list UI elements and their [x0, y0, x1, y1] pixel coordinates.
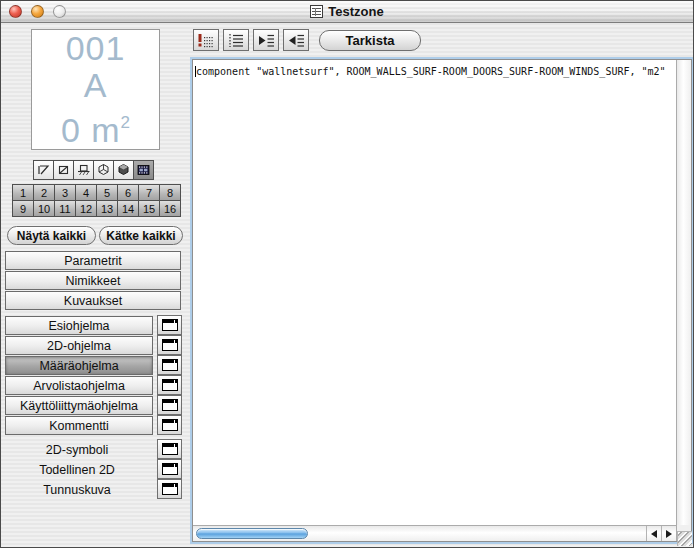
- window-controls: [9, 5, 66, 18]
- descriptions-button[interactable]: Kuvaukset: [5, 291, 181, 310]
- window-icon: [162, 319, 178, 331]
- gdl-script-editor: component "wallnetsurf", ROOM_WALLS_SURF…: [190, 57, 694, 544]
- object-on-ground-icon: [75, 163, 92, 177]
- layer-grid: 1 2 3 4 5 6 7 8 9 10 11 12 13 14 15 16: [12, 184, 181, 217]
- check-syntax-icon: [196, 32, 216, 48]
- scroll-left-button[interactable]: [646, 526, 661, 541]
- layer-button-13[interactable]: 13: [97, 201, 117, 216]
- view-label-2d-symboli: 2D-symboli: [1, 440, 153, 460]
- window-icon: [162, 359, 178, 371]
- object-on-ground-tool-button[interactable]: [73, 160, 94, 180]
- outdent-button[interactable]: [283, 29, 309, 51]
- wireframe-solid-tool-button[interactable]: [93, 160, 114, 180]
- layer-button-9[interactable]: 9: [13, 201, 33, 216]
- close-button[interactable]: [9, 5, 22, 18]
- shaded-solid-tool-button[interactable]: [113, 160, 134, 180]
- view-label-tunnuskuva: Tunnuskuva: [1, 480, 153, 500]
- open-window-button-2d-ohjelma[interactable]: [157, 335, 182, 355]
- layer-button-11[interactable]: 11: [55, 201, 75, 216]
- shaded-solid-icon: [115, 163, 132, 177]
- layer-button-2[interactable]: 2: [34, 185, 54, 200]
- script-button-arvolistaohjelma[interactable]: Arvolistaohjelma: [5, 376, 153, 395]
- layer-button-5[interactable]: 5: [97, 185, 117, 200]
- right-arrow-icon: [666, 530, 672, 538]
- indent-button[interactable]: [253, 29, 279, 51]
- open-window-button-kommentti[interactable]: [157, 415, 182, 435]
- script-button-kommentti[interactable]: Kommentti: [5, 416, 153, 435]
- layer-button-3[interactable]: 3: [55, 185, 75, 200]
- parameters-button[interactable]: Parametrit: [5, 251, 181, 270]
- testzone-window: Testzone 001 A 0 m2: [0, 0, 694, 548]
- open-window-button-maaraohjelma[interactable]: [157, 355, 182, 375]
- script-text-area[interactable]: component "wallnetsurf", ROOM_WALLS_SURF…: [193, 60, 676, 525]
- diagonal-line-icon: [35, 163, 52, 177]
- crossed-rectangle-tool-button[interactable]: [53, 160, 74, 180]
- window-icon: [162, 399, 178, 411]
- show-all-button[interactable]: Näytä kaikki: [7, 226, 96, 245]
- script-text: component "wallnetsurf", ROOM_WALLS_SURF…: [196, 66, 666, 77]
- open-window-button-tunnuskuva[interactable]: [157, 479, 182, 499]
- crossed-rectangle-icon: [55, 163, 72, 177]
- minimize-button[interactable]: [31, 5, 44, 18]
- object-preview: 001 A 0 m2: [31, 29, 160, 150]
- indent-icon: [256, 32, 276, 48]
- list-format-icon: [226, 32, 246, 48]
- window-icon: [162, 379, 178, 391]
- display-mode-toolbar: [34, 160, 154, 180]
- layer-button-7[interactable]: 7: [139, 185, 159, 200]
- vertical-scrollbar[interactable]: [676, 60, 691, 525]
- open-window-button-todellinen-2d[interactable]: [157, 459, 182, 479]
- preview-line-3: 0 m2: [61, 104, 130, 149]
- title-bar: Testzone: [1, 1, 693, 23]
- outdent-icon: [286, 32, 306, 48]
- script-button-kayttoliittymaohjelma[interactable]: Käyttöliittymäohjelma: [5, 396, 153, 415]
- layer-button-4[interactable]: 4: [76, 185, 96, 200]
- window-title-group: Testzone: [310, 4, 383, 19]
- check-syntax-button[interactable]: [193, 29, 219, 51]
- filmstrip-icon: [135, 163, 152, 177]
- editor-frame: component "wallnetsurf", ROOM_WALLS_SURF…: [192, 59, 692, 542]
- list-format-button[interactable]: [223, 29, 249, 51]
- window-icon: [162, 443, 178, 455]
- script-button-2d-ohjelma[interactable]: 2D-ohjelma: [5, 336, 153, 355]
- diagonal-line-tool-button[interactable]: [33, 160, 54, 180]
- layer-button-8[interactable]: 8: [160, 185, 180, 200]
- layer-button-16[interactable]: 16: [160, 201, 180, 216]
- open-window-button-2d-symboli[interactable]: [157, 439, 182, 459]
- window-icon: [162, 463, 178, 475]
- document-icon: [310, 5, 323, 18]
- layer-button-10[interactable]: 10: [34, 201, 54, 216]
- layer-button-12[interactable]: 12: [76, 201, 96, 216]
- window-icon: [162, 339, 178, 351]
- open-window-button-arvolistaohjelma[interactable]: [157, 375, 182, 395]
- window-icon: [162, 483, 178, 495]
- horizontal-scrollbar[interactable]: [193, 525, 676, 541]
- items-button[interactable]: Nimikkeet: [5, 271, 181, 290]
- window-icon: [162, 419, 178, 431]
- layer-button-15[interactable]: 15: [139, 201, 159, 216]
- filmstrip-tool-button[interactable]: [133, 160, 154, 180]
- horizontal-scrollbar-arrows: [646, 526, 676, 541]
- preview-line-1: 001: [66, 30, 126, 67]
- hide-all-button[interactable]: Kätke kaikki: [99, 226, 183, 245]
- view-label-todellinen-2d: Todellinen 2D: [1, 460, 153, 480]
- horizontal-scrollbar-thumb[interactable]: [196, 528, 308, 539]
- resize-grip[interactable]: [677, 531, 692, 546]
- scroll-right-button[interactable]: [661, 526, 676, 541]
- check-button[interactable]: Tarkista: [319, 30, 421, 51]
- script-button-esiohjelma[interactable]: Esiohjelma: [5, 316, 153, 335]
- preview-line-2: A: [84, 67, 108, 104]
- open-window-button-kayttoliittymaohjelma[interactable]: [157, 395, 182, 415]
- preview-superscript: 2: [121, 113, 130, 132]
- left-arrow-icon: [651, 530, 657, 538]
- window-title: Testzone: [328, 4, 383, 19]
- layer-button-6[interactable]: 6: [118, 185, 138, 200]
- layer-button-14[interactable]: 14: [118, 201, 138, 216]
- script-button-maaraohjelma[interactable]: Määräohjelma: [5, 356, 153, 375]
- wireframe-solid-icon: [95, 163, 112, 177]
- zoom-button[interactable]: [53, 5, 66, 18]
- layer-button-1[interactable]: 1: [13, 185, 33, 200]
- open-window-button-esiohjelma[interactable]: [157, 315, 182, 335]
